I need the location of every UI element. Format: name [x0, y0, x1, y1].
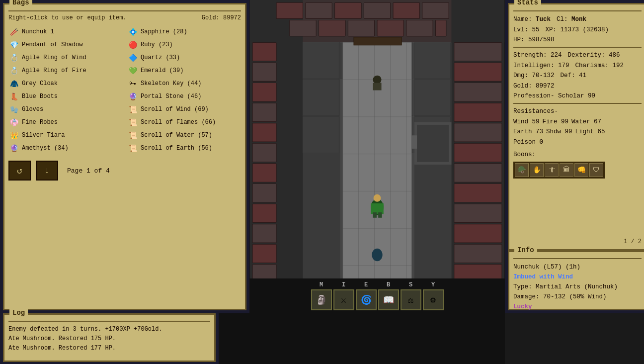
bags-refresh-button[interactable]: ↺: [8, 161, 31, 181]
svg-rect-17: [276, 2, 303, 18]
list-item[interactable]: 👢Blue Boots: [8, 90, 122, 103]
bags-footer: ↺ ↓ Page 1 of 4: [8, 161, 241, 181]
svg-rect-33: [252, 244, 276, 263]
stats-dmg: Dmg: 70-132: [513, 71, 555, 81]
svg-rect-79: [373, 212, 376, 218]
list-item[interactable]: 🧤Gloves: [8, 103, 122, 116]
list-item[interactable]: 👑Silver Tiara: [8, 129, 122, 142]
svg-rect-78: [371, 203, 384, 214]
list-item[interactable]: 📜Scroll of Earth (56): [127, 142, 241, 155]
svg-rect-26: [252, 103, 276, 121]
svg-rect-19: [393, 2, 419, 18]
item-icon: 📜: [127, 117, 138, 128]
hud-button[interactable]: 📖: [378, 289, 399, 310]
svg-rect-45: [454, 224, 502, 243]
stats-light: Light 65: [575, 127, 605, 137]
svg-rect-74: [354, 37, 402, 45]
bags-next-button[interactable]: ↓: [36, 161, 58, 181]
svg-rect-43: [454, 183, 502, 202]
stats-hp: HP: 598/598: [513, 36, 555, 43]
boon-icon: ✋: [530, 163, 544, 177]
item-icon: 💎: [8, 39, 19, 50]
stats-title: Stats: [514, 0, 541, 6]
stats-profession: Profession- Scholar 99: [513, 92, 595, 99]
svg-rect-28: [252, 143, 276, 162]
list-item[interactable]: 🔮Portal Stone (46): [127, 90, 241, 103]
bags-items: 🥢Nunchuk 1💎Pendant of Shadow💍Agile Ring …: [8, 25, 241, 155]
bags-hint: Right-click to use or equip item.: [8, 14, 127, 21]
info-title: Info: [514, 246, 537, 254]
item-icon: 💍: [8, 65, 19, 76]
item-icon: 🔴: [127, 39, 138, 50]
svg-rect-6: [306, 2, 332, 18]
list-item[interactable]: 🗝Skeleton Key (44): [127, 77, 241, 90]
hud-label: E: [364, 281, 368, 288]
log-title: Log: [9, 309, 28, 317]
hud-label: M: [320, 281, 323, 288]
hud-button[interactable]: 🗿: [311, 289, 332, 310]
list-item[interactable]: 👘Fine Robes: [8, 116, 122, 129]
item-icon: 🥢: [8, 26, 19, 37]
hud-label: B: [387, 281, 390, 288]
item-icon: 🧤: [8, 104, 19, 115]
stats-water: Water 67: [571, 117, 601, 127]
svg-rect-23: [252, 42, 276, 61]
stats-resistances-label: Resistances-: [513, 108, 558, 115]
item-icon: 🧥: [8, 78, 19, 89]
info-type: Type: Martial Arts (Nunchuk): [513, 282, 642, 292]
svg-rect-30: [252, 183, 276, 202]
boon-icon: 🗡: [545, 163, 559, 177]
list-item[interactable]: 📜Scroll of Flames (66): [127, 116, 241, 129]
boon-icon: 🛡: [589, 163, 603, 177]
hud-button[interactable]: ⚙: [423, 289, 444, 310]
item-icon: 💠: [127, 26, 138, 37]
svg-rect-85: [417, 125, 449, 162]
hud-label: I: [342, 281, 345, 288]
list-item[interactable]: 🔴Ruby (23): [127, 38, 241, 51]
svg-rect-42: [454, 164, 502, 182]
hud-button[interactable]: ⚔: [333, 289, 354, 310]
list-item[interactable]: 💍Agile Ring of Wind: [8, 51, 122, 64]
item-icon: 🔮: [127, 91, 138, 102]
log-line: Ate Mushroom. Restored 175 HP.: [8, 334, 210, 344]
item-icon: 🔷: [127, 52, 138, 63]
svg-rect-39: [454, 103, 502, 121]
hud-button[interactable]: 🌀: [356, 289, 377, 310]
svg-rect-24: [252, 63, 276, 81]
svg-rect-36: [454, 42, 502, 61]
svg-rect-46: [454, 244, 502, 263]
svg-rect-20: [319, 20, 345, 36]
boon-icon: 🏛: [560, 163, 573, 177]
svg-rect-25: [252, 83, 276, 101]
bags-panel: Bags Right-click to use or equip item. G…: [3, 3, 246, 310]
svg-rect-32: [252, 224, 276, 243]
hud-button[interactable]: ⚖: [401, 289, 421, 310]
list-item[interactable]: 💚Emerald (39): [127, 64, 241, 77]
list-item[interactable]: 🔮Amethyst (34): [8, 142, 122, 155]
info-item-name: Nunchuk (L57) (1h): [513, 262, 642, 272]
map-svg: [249, 0, 505, 313]
list-item[interactable]: 🥢Nunchuk 1: [8, 25, 122, 38]
list-item[interactable]: 💎Pendant of Shadow: [8, 38, 122, 51]
svg-rect-8: [364, 2, 390, 18]
stats-wind: Wind 59: [513, 117, 540, 127]
stats-strength: Strength: 224: [513, 50, 562, 61]
list-item[interactable]: 🔷Quartz (33): [127, 51, 241, 64]
svg-rect-15: [406, 20, 433, 36]
svg-rect-82: [373, 83, 381, 91]
svg-point-77: [374, 194, 381, 202]
stats-xp: XP: 11373 (32638): [546, 25, 609, 35]
log-panel: Log Enemy defeated in 3 turns. +1700XP +…: [3, 313, 216, 362]
list-item[interactable]: 📜Scroll of Wind (69): [127, 103, 241, 116]
list-item[interactable]: 💠Sapphire (28): [127, 25, 241, 38]
stats-lvl: Lvl: 55: [513, 25, 540, 35]
list-item[interactable]: 🧥Grey Cloak: [8, 77, 122, 90]
item-icon: 🗝: [127, 78, 138, 89]
svg-rect-21: [377, 20, 403, 36]
log-content: Enemy defeated in 3 turns. +1700XP +70Go…: [8, 325, 210, 354]
bottom-row: Log Enemy defeated in 3 turns. +1700XP +…: [0, 313, 644, 364]
hud-label: S: [409, 281, 412, 288]
list-item[interactable]: 💍Agile Ring of Fire: [8, 64, 122, 77]
list-item[interactable]: 📜Scroll of Water (57): [127, 129, 241, 142]
map-area: M🗿I⚔E🌀B📖S⚖Y⚙: [249, 0, 505, 313]
